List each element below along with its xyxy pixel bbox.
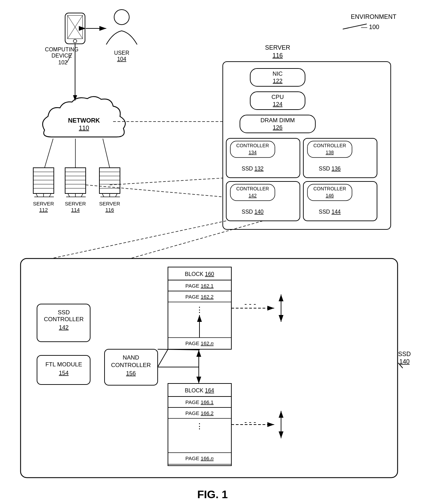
nand-ctrl-label1: NAND — [123, 354, 139, 361]
phone-button — [73, 39, 77, 43]
dram-number: 126 — [273, 124, 282, 131]
ssd-detail-number: 140 — [399, 358, 410, 365]
ftl-label: FTL MODULE — [45, 361, 82, 368]
server-top-number: 116 — [272, 52, 283, 59]
block164-dots: ⋮ — [196, 422, 203, 430]
user-head — [114, 10, 129, 25]
controller142-number: 142 — [248, 193, 257, 198]
ssd132-label: SSD 132 — [242, 166, 264, 172]
page162-n-label: PAGE 162.n — [185, 340, 214, 346]
nand-ctrl-label2: CONTROLLER — [111, 362, 151, 368]
s116b1 — [102, 193, 104, 197]
network-number: 110 — [79, 125, 89, 131]
block160-dots: ⋮ — [196, 305, 203, 314]
server114-number: 114 — [71, 207, 80, 213]
ssd140-label: SSD 140 — [242, 209, 264, 215]
server114-icon — [65, 168, 86, 193]
controller134-label: CONTROLLER — [236, 143, 269, 148]
s114b3 — [81, 193, 83, 197]
server112-icon — [33, 168, 54, 193]
server112-number: 112 — [39, 207, 48, 213]
ftl-number: 154 — [59, 370, 69, 376]
cpu-number: 124 — [273, 101, 282, 108]
page166-2-label: PAGE 166.2 — [185, 410, 214, 416]
network-server112-line — [45, 139, 53, 168]
server114-label: SERVER — [65, 201, 86, 206]
ssd144-label: SSD 144 — [319, 209, 341, 215]
ssd-ctrl-label1: SSD — [58, 309, 70, 316]
ssd-detail-label: SSD — [398, 351, 411, 357]
server116-to-box — [110, 178, 223, 185]
network-server116-line — [103, 139, 110, 168]
server114-to-box — [86, 185, 223, 197]
svg-text:— 100: — 100 — [361, 24, 379, 30]
dots-bottom-right: - - - — [244, 418, 256, 426]
server-top-label: SERVER — [265, 44, 290, 51]
page-container: ENVIRONMENT — 100 SERVER 116 NIC 122 CPU… — [0, 0, 425, 504]
user-label: USER — [114, 50, 129, 56]
controller146-number: 146 — [326, 193, 334, 198]
diagram-svg: ENVIRONMENT — 100 SERVER 116 NIC 122 CPU… — [0, 0, 425, 504]
page166-1-label: PAGE 166.1 — [185, 399, 214, 405]
block160-label: BLOCK 160 — [185, 271, 214, 277]
s116b3 — [116, 193, 117, 197]
controller138-number: 138 — [326, 150, 334, 155]
dots-top-right: - - - — [244, 300, 256, 308]
computing-device-number: 102 — [58, 60, 68, 65]
page162-2-label: PAGE 162.2 — [185, 294, 214, 300]
dram-label: DRAM DIMM — [260, 117, 295, 124]
nic-number: 122 — [273, 78, 282, 84]
ssd136-label: SSD 136 — [319, 166, 341, 172]
ssd-ctrl-label2: CONTROLLER — [44, 316, 84, 323]
controller146-label: CONTROLLER — [313, 186, 346, 191]
nand-ctrl-number: 156 — [126, 370, 136, 377]
page166-n-label: PAGE 166.n — [185, 455, 214, 461]
user-body — [106, 31, 137, 45]
s114b1 — [68, 193, 70, 197]
fig-label: FIG. 1 — [197, 488, 228, 501]
server116b-icon — [99, 168, 120, 193]
computing-device-label2: DEVICE — [51, 53, 72, 59]
nic-label: NIC — [272, 71, 282, 77]
server112-base1 — [36, 193, 38, 197]
server112-base3 — [49, 193, 51, 197]
ssd140-to-detail-line1 — [130, 221, 263, 259]
server112-label: SERVER — [33, 201, 54, 206]
cpu-label: CPU — [271, 94, 284, 100]
page162-1-label: PAGE 162.1 — [185, 283, 214, 289]
server116b-number: 116 — [105, 207, 114, 213]
controller138-label: CONTROLLER — [313, 143, 346, 148]
controller142-label: CONTROLLER — [236, 186, 269, 191]
ssd140-to-detail-line2 — [51, 221, 226, 259]
user-number: 104 — [117, 56, 126, 62]
controller134-number: 134 — [248, 150, 257, 155]
server116b-label: SERVER — [99, 201, 120, 206]
ssd-ctrl-number: 142 — [59, 324, 69, 331]
environment-label: ENVIRONMENT — [351, 13, 396, 20]
computing-device-label1: COMPUTING — [45, 47, 78, 52]
ssd-detail-box — [21, 259, 398, 478]
block164-label: BLOCK 164 — [185, 388, 214, 393]
network-label: NETWORK — [68, 117, 100, 124]
nand-to-right — [158, 349, 168, 367]
